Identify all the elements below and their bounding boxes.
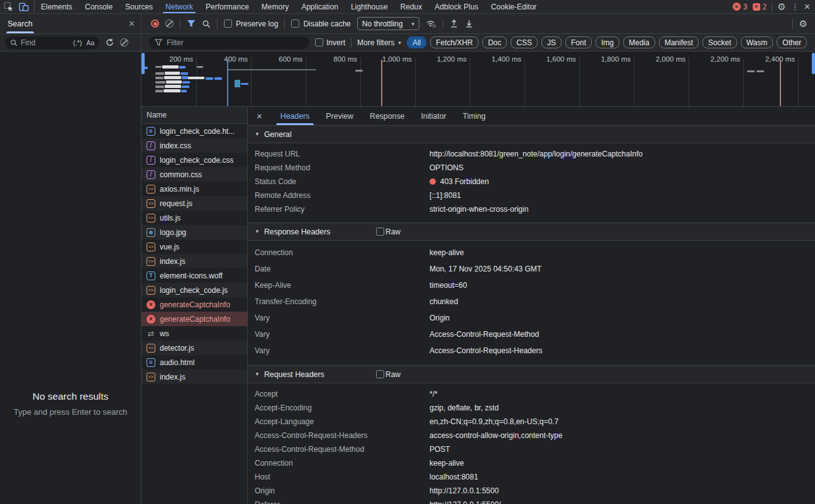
request-row[interactable]: ×generateCaptchaInfo	[141, 297, 247, 312]
details-tab-timing[interactable]: Timing	[456, 107, 492, 125]
request-row[interactable]: <>index.js	[141, 254, 247, 268]
overview-drag-handle[interactable]	[812, 53, 815, 74]
filter-input[interactable]: Filter	[149, 36, 309, 49]
disable-cache-checkbox[interactable]	[291, 19, 299, 28]
filter-pill-font[interactable]: Font	[565, 36, 592, 48]
filter-pill-all[interactable]: All	[407, 36, 426, 48]
network-overview-timeline[interactable]: 200 ms400 ms600 ms800 ms1,000 ms1,200 ms…	[141, 52, 815, 107]
issues-badge-icon[interactable]: ✕	[753, 3, 760, 11]
request-row[interactable]: ×generateCaptchaInfo	[141, 312, 247, 326]
search-network-icon[interactable]	[202, 19, 211, 28]
tab-adblock-plus[interactable]: Adblock Plus	[428, 0, 484, 13]
errors-badge-icon[interactable]: ✕	[733, 3, 741, 11]
header-value: [::1]:8081	[430, 191, 461, 200]
request-row[interactable]: ⇄ws	[141, 326, 247, 341]
header-value: keep-alive	[430, 248, 464, 257]
close-search-drawer-icon[interactable]: ×	[129, 18, 135, 30]
details-tab-preview[interactable]: Preview	[319, 107, 360, 125]
timeline-gridline	[415, 58, 416, 106]
section-header-general[interactable]: ▼General	[248, 126, 815, 143]
request-row[interactable]: /login_check_code.css	[141, 153, 247, 167]
request-row[interactable]: <>detector.js	[141, 341, 247, 355]
request-row[interactable]: /index.css	[141, 138, 247, 153]
inspect-element-icon[interactable]	[4, 2, 14, 12]
overview-drag-handle[interactable]	[141, 53, 145, 74]
filter-pill-css[interactable]: CSS	[511, 36, 538, 48]
request-row[interactable]: <>utils.js	[141, 211, 247, 225]
header-value: gzip, deflate, br, zstd	[430, 403, 499, 412]
refresh-search-icon[interactable]	[105, 38, 114, 47]
filter-pill-js[interactable]: JS	[541, 36, 562, 48]
filter-toggle-icon[interactable]	[187, 19, 196, 28]
filter-pill-manifest[interactable]: Manifest	[659, 36, 699, 48]
section-general: ▼GeneralRequest URLhttp://localhost:8081…	[248, 126, 815, 222]
filter-pill-media[interactable]: Media	[623, 36, 655, 48]
filter-pill-doc[interactable]: Doc	[482, 36, 507, 48]
filter-pill-wasm[interactable]: Wasm	[741, 36, 773, 48]
request-row[interactable]: logo.jpg	[141, 225, 247, 239]
request-row[interactable]: /common.css	[141, 167, 247, 182]
record-network-log-icon[interactable]	[151, 19, 159, 28]
timeline-gridline	[360, 58, 361, 106]
collapse-arrow-icon: ▼	[255, 229, 260, 234]
tab-performance[interactable]: Performance	[199, 0, 255, 13]
details-tab-initiator[interactable]: Initiator	[414, 107, 453, 125]
filter-pill-other[interactable]: Other	[777, 36, 807, 48]
device-toolbar-icon[interactable]	[19, 2, 29, 12]
tab-application[interactable]: Application	[295, 0, 345, 13]
waterfall-bar	[164, 76, 181, 79]
clear-network-log-icon[interactable]	[165, 19, 174, 28]
request-row[interactable]: <>axios.min.js	[141, 182, 247, 196]
request-row[interactable]: <>request.js	[141, 196, 247, 211]
waterfall-bar	[747, 70, 755, 72]
request-row[interactable]: <>index.js	[141, 370, 247, 384]
request-row[interactable]: ≡login_check_code.ht...	[141, 124, 247, 138]
request-row[interactable]: Telement-icons.woff	[141, 268, 247, 283]
section-header-request-headers[interactable]: ▼Request HeadersRaw	[248, 366, 815, 383]
close-details-icon[interactable]: ×	[257, 111, 262, 121]
settings-gear-icon[interactable]: ⚙	[777, 2, 785, 11]
details-tab-response[interactable]: Response	[363, 107, 411, 125]
filter-pill-img[interactable]: Img	[596, 36, 619, 48]
name-column-header[interactable]: Name	[141, 107, 247, 124]
timeline-gridline	[524, 58, 525, 106]
main-tabbar-right: ✕ 3 ✕ 2 ⚙ ⋮ ×	[733, 0, 815, 13]
header-value-text: http://localhost:8081/green_note/app/log…	[430, 150, 643, 158]
tab-sources[interactable]: Sources	[119, 0, 159, 13]
tab-elements[interactable]: Elements	[35, 0, 79, 13]
raw-checkbox[interactable]	[376, 370, 384, 378]
section-header-response-headers[interactable]: ▼Response HeadersRaw	[248, 223, 815, 241]
tab-network[interactable]: Network	[159, 0, 199, 13]
error-file-icon: ×	[147, 300, 155, 309]
tab-memory[interactable]: Memory	[255, 0, 295, 13]
search-drawer-tab[interactable]: Search	[6, 14, 34, 33]
filter-pill-socket[interactable]: Socket	[702, 36, 737, 48]
regex-toggle[interactable]: (.*)	[73, 39, 82, 47]
kebab-menu-icon[interactable]: ⋮	[791, 3, 799, 11]
preserve-log-checkbox[interactable]	[224, 19, 232, 28]
find-input[interactable]: Find (.*) Aa	[5, 36, 99, 49]
close-devtools-icon[interactable]: ×	[804, 2, 810, 12]
main-tabbar-tabs: ElementsConsoleSourcesNetworkPerformance…	[35, 0, 543, 13]
waterfall-bar	[165, 72, 180, 75]
network-settings-gear-icon[interactable]: ⚙	[799, 19, 807, 28]
network-conditions-icon[interactable]	[426, 19, 436, 28]
more-filters-button[interactable]: More filters ▾	[357, 38, 401, 47]
throttling-select[interactable]: No throttling ▾	[357, 17, 419, 30]
tab-lighthouse[interactable]: Lighthouse	[345, 0, 394, 13]
tab-redux[interactable]: Redux	[394, 0, 429, 13]
request-row[interactable]: ≡audio.html	[141, 355, 247, 370]
export-har-icon[interactable]	[465, 19, 474, 28]
request-row[interactable]: <>vue.js	[141, 239, 247, 254]
raw-checkbox[interactable]	[376, 227, 384, 236]
details-tab-headers[interactable]: Headers	[274, 107, 316, 125]
match-case-toggle[interactable]: Aa	[86, 39, 94, 47]
import-har-icon[interactable]	[450, 19, 458, 28]
filter-pill-fetch-xhr[interactable]: Fetch/XHR	[430, 36, 479, 48]
clear-search-icon[interactable]	[120, 38, 128, 47]
tab-console[interactable]: Console	[79, 0, 119, 13]
invert-checkbox[interactable]	[315, 38, 323, 47]
tab-cookie-editor[interactable]: Cookie-Editor	[485, 0, 543, 13]
request-row[interactable]: <>login_check_code.js	[141, 283, 247, 297]
request-name: request.js	[160, 199, 192, 208]
